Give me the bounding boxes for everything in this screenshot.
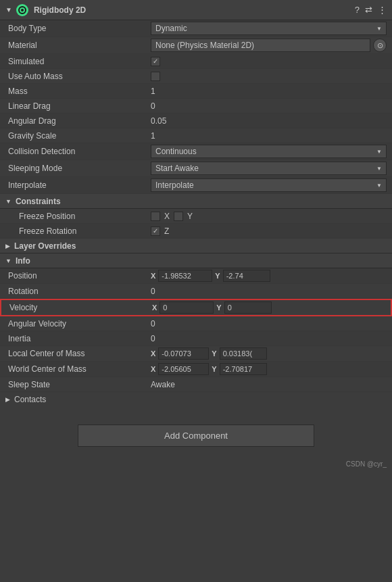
dropdown-arrow-icon: ▼ — [376, 26, 382, 32]
body-type-row: Body Type Dynamic ▼ — [0, 20, 392, 37]
layer-overrides-title: Layer Overrides — [14, 241, 76, 251]
use-auto-mass-label: Use Auto Mass — [5, 72, 151, 81]
angular-drag-label: Angular Drag — [5, 116, 151, 126]
position-x-label: X — [151, 272, 155, 280]
velocity-y-label: Y — [216, 304, 221, 312]
layer-overrides-section[interactable]: ▶ Layer Overrides — [0, 239, 392, 253]
inertia-row: Inertia 0 — [0, 331, 392, 346]
interpolate-dropdown[interactable]: Interpolate ▼ — [151, 178, 387, 192]
sleep-state-label: Sleep State — [5, 380, 151, 389]
collision-detection-row: Collision Detection Continuous ▼ — [0, 143, 392, 160]
gravity-scale-label: Gravity Scale — [5, 131, 151, 141]
velocity-row: Velocity X Y — [0, 299, 392, 316]
component-header: ▼ Rigidbody 2D ? ⇄ ⋮ — [0, 0, 392, 20]
position-values: X Y — [151, 270, 270, 282]
material-dropdown[interactable]: None (Physics Material 2D) — [151, 39, 370, 52]
rigidbody2d-panel: ▼ Rigidbody 2D ? ⇄ ⋮ Body Type Dynamic ▼… — [0, 0, 392, 470]
collision-detection-dropdown[interactable]: Continuous ▼ — [151, 145, 387, 158]
sleeping-dropdown-arrow-icon: ▼ — [376, 166, 382, 172]
angular-drag-row: Angular Drag 0.05 — [0, 114, 392, 128]
sleep-state-row: Sleep State Awake — [0, 377, 392, 392]
position-x-input[interactable] — [158, 270, 212, 282]
settings-icon[interactable]: ⇄ — [365, 5, 372, 15]
info-arrow-icon: ▼ — [5, 258, 11, 264]
sleeping-mode-dropdown[interactable]: Start Awake ▼ — [151, 162, 387, 175]
info-title: Info — [16, 256, 30, 266]
angular-drag-value[interactable]: 0.05 — [151, 116, 387, 126]
velocity-y-input[interactable] — [224, 301, 272, 314]
contacts-arrow-icon: ▶ — [5, 396, 10, 403]
rotation-label: Rotation — [5, 287, 151, 296]
freeze-position-values: X Y — [151, 212, 193, 221]
world-com-x-input[interactable] — [158, 363, 209, 375]
interpolate-dropdown-arrow-icon: ▼ — [376, 183, 382, 189]
body-type-dropdown[interactable]: Dynamic ▼ — [151, 22, 387, 35]
material-select-btn[interactable]: ⊙ — [373, 39, 387, 52]
icon-inner — [18, 6, 26, 14]
position-y-input[interactable] — [223, 270, 270, 282]
simulated-row: Simulated — [0, 54, 392, 69]
linear-drag-value[interactable]: 0 — [151, 101, 387, 111]
sleeping-mode-label: Sleeping Mode — [5, 164, 151, 173]
add-component-container: Add Component — [0, 407, 392, 458]
freeze-position-x-checkbox[interactable] — [151, 212, 160, 221]
collapse-arrow[interactable]: ▼ — [5, 6, 12, 14]
use-auto-mass-checkbox[interactable] — [151, 72, 160, 81]
use-auto-mass-row: Use Auto Mass — [0, 69, 392, 84]
icon-dot — [21, 9, 24, 11]
freeze-position-y-checkbox[interactable] — [174, 212, 183, 221]
freeze-rotation-values: Z — [151, 226, 169, 236]
component-icon — [16, 4, 28, 16]
freeze-rotation-row: Freeze Rotation Z — [0, 224, 392, 239]
constraints-section[interactable]: ▼ Constraints — [0, 194, 392, 209]
collision-detection-value: Continuous — [155, 147, 197, 156]
inertia-value[interactable]: 0 — [151, 334, 387, 343]
body-type-dropdown-container: Dynamic ▼ — [151, 22, 387, 35]
position-y-label: Y — [215, 272, 220, 280]
linear-drag-label: Linear Drag — [5, 101, 151, 111]
mass-label: Mass — [5, 87, 151, 96]
simulated-label: Simulated — [5, 57, 151, 66]
material-label: Material — [5, 41, 151, 50]
world-com-y-label: Y — [212, 365, 216, 373]
velocity-x-input[interactable] — [160, 301, 214, 314]
header-actions: ? ⇄ ⋮ — [355, 5, 387, 15]
mass-value[interactable]: 1 — [151, 87, 387, 96]
contacts-row[interactable]: ▶ Contacts — [0, 392, 392, 407]
rotation-value[interactable]: 0 — [151, 287, 387, 296]
info-section[interactable]: ▼ Info — [0, 253, 392, 268]
velocity-x-label: X — [152, 304, 157, 312]
material-value: None (Physics Material 2D) — [155, 41, 254, 50]
contacts-label: Contacts — [14, 395, 46, 404]
world-com-y-input[interactable] — [220, 363, 267, 375]
help-icon[interactable]: ? — [355, 5, 360, 15]
angular-velocity-value[interactable]: 0 — [151, 319, 387, 329]
local-com-x-label: X — [151, 349, 155, 358]
inertia-label: Inertia — [5, 334, 151, 343]
freeze-rotation-z-checkbox[interactable] — [151, 226, 160, 236]
position-row: Position X Y — [0, 268, 392, 284]
local-com-x-input[interactable] — [158, 347, 209, 360]
add-component-button[interactable]: Add Component — [78, 425, 314, 447]
freeze-rotation-label: Freeze Rotation — [5, 226, 151, 236]
local-com-y-input[interactable] — [220, 347, 267, 360]
freeze-x-label: X — [164, 212, 170, 221]
interpolate-row: Interpolate Interpolate ▼ — [0, 177, 392, 194]
position-label: Position — [5, 271, 151, 281]
sleep-state-value: Awake — [151, 380, 387, 389]
gravity-scale-value[interactable]: 1 — [151, 131, 387, 141]
more-icon[interactable]: ⋮ — [378, 5, 387, 15]
interpolate-value: Interpolate — [155, 180, 194, 190]
simulated-checkbox[interactable] — [151, 57, 160, 66]
constraints-arrow-icon: ▼ — [5, 198, 11, 205]
layer-overrides-arrow-icon: ▶ — [5, 243, 10, 249]
local-com-values: X Y — [151, 347, 267, 360]
freeze-y-label: Y — [187, 212, 193, 221]
world-com-label: World Center of Mass — [5, 364, 151, 374]
footer-credit: CSDN @cyr_ — [0, 458, 392, 470]
local-com-row: Local Center of Mass X Y — [0, 346, 392, 362]
sleeping-mode-value: Start Awake — [155, 164, 199, 173]
interpolate-label: Interpolate — [5, 180, 151, 190]
sleeping-mode-row: Sleeping Mode Start Awake ▼ — [0, 160, 392, 177]
component-title: Rigidbody 2D — [34, 5, 355, 15]
